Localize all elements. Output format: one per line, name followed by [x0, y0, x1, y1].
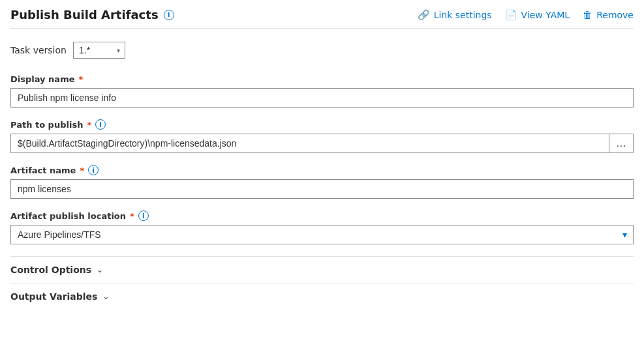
path-to-publish-section: Path to publish * i … [10, 119, 634, 153]
control-options-chevron-icon: ⌄ [97, 265, 103, 274]
artifact-name-section: Artifact name * i [10, 165, 634, 199]
display-name-label: Display name * [10, 74, 634, 84]
artifact-location-select[interactable]: Azure Pipelines/TFS A file share [10, 225, 634, 244]
view-yaml-label: View YAML [521, 10, 570, 20]
remove-label: Remove [596, 10, 634, 20]
link-settings-icon: 🔗 [418, 9, 430, 21]
view-yaml-icon: 📄 [505, 9, 517, 21]
header-left: Publish Build Artifacts i [10, 8, 174, 22]
page-header: Publish Build Artifacts i 🔗 Link setting… [10, 8, 634, 29]
output-variables-chevron-icon: ⌄ [102, 292, 109, 301]
view-yaml-button[interactable]: 📄 View YAML [505, 9, 570, 21]
remove-button[interactable]: 🗑 Remove [583, 9, 634, 21]
output-variables-title: Output Variables [10, 291, 97, 302]
control-options-header[interactable]: Control Options ⌄ [10, 265, 634, 275]
title-info-icon[interactable]: i [164, 10, 174, 20]
path-required: * [87, 120, 91, 130]
link-settings-label: Link settings [434, 10, 492, 20]
task-version-label: Task version [10, 45, 67, 55]
control-options-section: Control Options ⌄ [10, 256, 634, 283]
artifact-location-required: * [130, 211, 134, 221]
link-settings-button[interactable]: 🔗 Link settings [418, 9, 492, 21]
remove-icon: 🗑 [583, 9, 592, 21]
artifact-location-label: Artifact publish location * i [10, 210, 634, 221]
artifact-name-label: Artifact name * i [10, 165, 634, 175]
page-title: Publish Build Artifacts [10, 8, 159, 22]
path-to-publish-label: Path to publish * i [10, 119, 634, 130]
path-info-icon[interactable]: i [95, 119, 106, 130]
display-name-section: Display name * [10, 74, 634, 108]
output-variables-header[interactable]: Output Variables ⌄ [10, 291, 634, 302]
page-container: Publish Build Artifacts i 🔗 Link setting… [0, 0, 644, 317]
path-input-group: … [10, 134, 634, 153]
artifact-name-required: * [80, 166, 84, 175]
display-name-input[interactable] [10, 88, 634, 108]
artifact-name-info-icon[interactable]: i [88, 165, 99, 175]
task-version-select[interactable]: 1.* 2.* [73, 42, 125, 59]
task-version-select-wrapper: 1.* 2.* ▾ [73, 42, 125, 59]
artifact-name-input[interactable] [10, 179, 634, 199]
path-ellipsis-button[interactable]: … [609, 134, 634, 153]
output-variables-section: Output Variables ⌄ [10, 283, 634, 310]
artifact-location-select-wrapper: Azure Pipelines/TFS A file share ▾ [10, 225, 634, 244]
header-actions: 🔗 Link settings 📄 View YAML 🗑 Remove [418, 9, 634, 21]
artifact-location-info-icon[interactable]: i [138, 210, 149, 221]
display-name-required: * [79, 74, 84, 84]
artifact-location-section: Artifact publish location * i Azure Pipe… [10, 210, 634, 244]
task-version-row: Task version 1.* 2.* ▾ [10, 42, 634, 59]
control-options-title: Control Options [10, 265, 91, 275]
path-to-publish-input[interactable] [10, 134, 609, 153]
